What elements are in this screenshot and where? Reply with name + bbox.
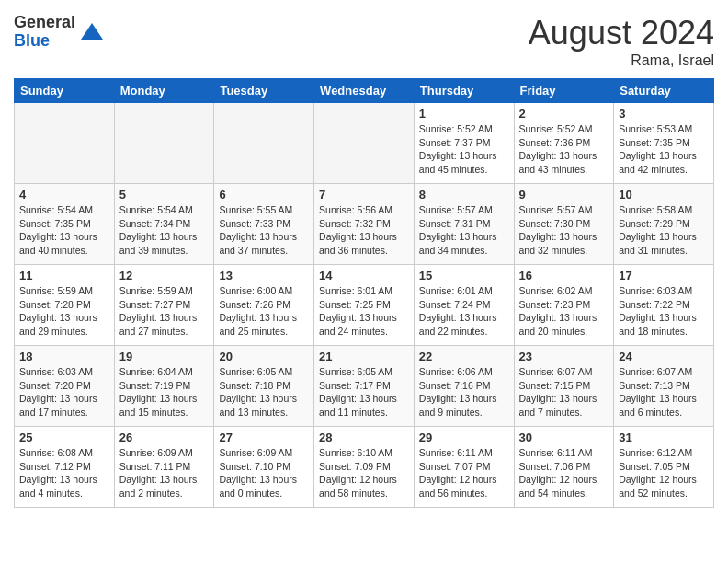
day-number: 27	[219, 431, 309, 444]
calendar-day-cell: 19Sunrise: 6:04 AM Sunset: 7:19 PM Dayli…	[114, 346, 214, 427]
calendar-day-cell: 20Sunrise: 6:05 AM Sunset: 7:18 PM Dayli…	[214, 346, 314, 427]
calendar-day-cell: 23Sunrise: 6:07 AM Sunset: 7:15 PM Dayli…	[514, 346, 614, 427]
calendar-week-row: 18Sunrise: 6:03 AM Sunset: 7:20 PM Dayli…	[15, 346, 714, 427]
weekday-header-tuesday: Tuesday	[214, 79, 314, 103]
day-info: Sunrise: 5:54 AM Sunset: 7:35 PM Dayligh…	[19, 203, 109, 258]
day-info: Sunrise: 6:04 AM Sunset: 7:19 PM Dayligh…	[119, 365, 210, 419]
day-info: Sunrise: 5:53 AM Sunset: 7:35 PM Dayligh…	[619, 122, 709, 177]
calendar-day-cell: 5Sunrise: 5:54 AM Sunset: 7:34 PM Daylig…	[114, 184, 214, 265]
day-number: 28	[319, 431, 409, 444]
day-number: 29	[419, 431, 509, 444]
day-info: Sunrise: 6:01 AM Sunset: 7:24 PM Dayligh…	[419, 284, 509, 339]
day-number: 12	[119, 269, 210, 282]
day-info: Sunrise: 6:09 AM Sunset: 7:11 PM Dayligh…	[119, 446, 210, 500]
day-number: 8	[419, 188, 509, 201]
calendar-table: SundayMondayTuesdayWednesdayThursdayFrid…	[14, 78, 714, 508]
day-info: Sunrise: 6:03 AM Sunset: 7:20 PM Dayligh…	[19, 365, 109, 419]
calendar-day-cell: 22Sunrise: 6:06 AM Sunset: 7:16 PM Dayli…	[414, 346, 514, 427]
logo-general-text: General	[14, 14, 75, 32]
weekday-header-sunday: Sunday	[15, 79, 115, 103]
weekday-header-row: SundayMondayTuesdayWednesdayThursdayFrid…	[15, 79, 714, 103]
weekday-header-wednesday: Wednesday	[314, 79, 415, 103]
weekday-header-thursday: Thursday	[414, 79, 514, 103]
logo-blue-text: Blue	[14, 32, 75, 51]
day-number: 30	[519, 431, 609, 444]
calendar-day-cell: 11Sunrise: 5:59 AM Sunset: 7:28 PM Dayli…	[15, 265, 115, 346]
title-section: August 2024 Rama, Israel	[529, 14, 714, 69]
calendar-day-cell: 9Sunrise: 5:57 AM Sunset: 7:30 PM Daylig…	[514, 184, 614, 265]
location-subtitle: Rama, Israel	[529, 52, 714, 69]
day-info: Sunrise: 5:54 AM Sunset: 7:34 PM Dayligh…	[119, 203, 210, 258]
day-info: Sunrise: 6:01 AM Sunset: 7:25 PM Dayligh…	[319, 284, 409, 339]
calendar-day-cell: 8Sunrise: 5:57 AM Sunset: 7:31 PM Daylig…	[414, 184, 514, 265]
calendar-day-cell: 27Sunrise: 6:09 AM Sunset: 7:10 PM Dayli…	[214, 427, 314, 508]
calendar-day-cell: 21Sunrise: 6:05 AM Sunset: 7:17 PM Dayli…	[314, 346, 415, 427]
calendar-day-cell: 31Sunrise: 6:12 AM Sunset: 7:05 PM Dayli…	[614, 427, 714, 508]
day-info: Sunrise: 6:07 AM Sunset: 7:15 PM Dayligh…	[519, 365, 609, 419]
weekday-header-friday: Friday	[514, 79, 614, 103]
day-info: Sunrise: 5:59 AM Sunset: 7:28 PM Dayligh…	[19, 284, 109, 339]
calendar-day-cell: 28Sunrise: 6:10 AM Sunset: 7:09 PM Dayli…	[314, 427, 415, 508]
day-number: 25	[19, 431, 109, 444]
day-info: Sunrise: 6:03 AM Sunset: 7:22 PM Dayligh…	[619, 284, 709, 339]
calendar-day-cell: 2Sunrise: 5:52 AM Sunset: 7:36 PM Daylig…	[514, 103, 614, 184]
calendar-day-cell	[114, 103, 214, 184]
calendar-day-cell: 4Sunrise: 5:54 AM Sunset: 7:35 PM Daylig…	[15, 184, 115, 265]
month-year-title: August 2024	[529, 14, 714, 52]
day-info: Sunrise: 5:58 AM Sunset: 7:29 PM Dayligh…	[619, 203, 709, 258]
calendar-day-cell: 1Sunrise: 5:52 AM Sunset: 7:37 PM Daylig…	[414, 103, 514, 184]
day-number: 3	[619, 107, 709, 121]
day-number: 16	[519, 269, 609, 282]
day-info: Sunrise: 5:59 AM Sunset: 7:27 PM Dayligh…	[119, 284, 210, 339]
day-info: Sunrise: 6:11 AM Sunset: 7:06 PM Dayligh…	[519, 446, 609, 500]
calendar-day-cell: 18Sunrise: 6:03 AM Sunset: 7:20 PM Dayli…	[15, 346, 115, 427]
calendar-day-cell: 30Sunrise: 6:11 AM Sunset: 7:06 PM Dayli…	[514, 427, 614, 508]
calendar-day-cell: 26Sunrise: 6:09 AM Sunset: 7:11 PM Dayli…	[114, 427, 214, 508]
calendar-day-cell: 15Sunrise: 6:01 AM Sunset: 7:24 PM Dayli…	[414, 265, 514, 346]
day-info: Sunrise: 5:52 AM Sunset: 7:37 PM Dayligh…	[419, 122, 509, 177]
calendar-day-cell	[15, 103, 115, 184]
logo: General Blue	[14, 14, 105, 51]
calendar-day-cell	[214, 103, 314, 184]
day-info: Sunrise: 6:09 AM Sunset: 7:10 PM Dayligh…	[219, 446, 309, 500]
day-number: 5	[119, 188, 210, 201]
calendar-day-cell: 12Sunrise: 5:59 AM Sunset: 7:27 PM Dayli…	[114, 265, 214, 346]
day-number: 11	[19, 269, 109, 282]
page-header: General Blue August 2024 Rama, Israel	[14, 14, 714, 69]
day-number: 26	[119, 431, 210, 444]
calendar-day-cell: 13Sunrise: 6:00 AM Sunset: 7:26 PM Dayli…	[214, 265, 314, 346]
calendar-day-cell	[314, 103, 415, 184]
calendar-day-cell: 16Sunrise: 6:02 AM Sunset: 7:23 PM Dayli…	[514, 265, 614, 346]
day-info: Sunrise: 5:57 AM Sunset: 7:31 PM Dayligh…	[419, 203, 509, 258]
day-info: Sunrise: 5:56 AM Sunset: 7:32 PM Dayligh…	[319, 203, 409, 258]
day-info: Sunrise: 6:00 AM Sunset: 7:26 PM Dayligh…	[219, 284, 309, 339]
day-number: 31	[619, 431, 709, 444]
day-number: 14	[319, 269, 409, 282]
weekday-header-monday: Monday	[114, 79, 214, 103]
day-number: 21	[319, 350, 409, 363]
calendar-day-cell: 6Sunrise: 5:55 AM Sunset: 7:33 PM Daylig…	[214, 184, 314, 265]
day-number: 6	[219, 188, 309, 201]
day-number: 1	[419, 107, 509, 121]
calendar-day-cell: 14Sunrise: 6:01 AM Sunset: 7:25 PM Dayli…	[314, 265, 415, 346]
calendar-day-cell: 24Sunrise: 6:07 AM Sunset: 7:13 PM Dayli…	[614, 346, 714, 427]
logo-icon	[79, 19, 105, 45]
day-number: 2	[519, 107, 609, 121]
calendar-week-row: 1Sunrise: 5:52 AM Sunset: 7:37 PM Daylig…	[15, 103, 714, 184]
calendar-day-cell: 29Sunrise: 6:11 AM Sunset: 7:07 PM Dayli…	[414, 427, 514, 508]
day-info: Sunrise: 6:12 AM Sunset: 7:05 PM Dayligh…	[619, 446, 709, 500]
day-number: 22	[419, 350, 509, 363]
day-number: 4	[19, 188, 109, 201]
day-info: Sunrise: 6:05 AM Sunset: 7:18 PM Dayligh…	[219, 365, 309, 419]
calendar-week-row: 11Sunrise: 5:59 AM Sunset: 7:28 PM Dayli…	[15, 265, 714, 346]
day-number: 20	[219, 350, 309, 363]
day-number: 7	[319, 188, 409, 201]
day-number: 13	[219, 269, 309, 282]
day-info: Sunrise: 5:55 AM Sunset: 7:33 PM Dayligh…	[219, 203, 309, 258]
day-number: 24	[619, 350, 709, 363]
day-number: 17	[619, 269, 709, 282]
day-info: Sunrise: 6:08 AM Sunset: 7:12 PM Dayligh…	[19, 446, 109, 500]
calendar-week-row: 4Sunrise: 5:54 AM Sunset: 7:35 PM Daylig…	[15, 184, 714, 265]
svg-marker-0	[81, 23, 103, 40]
calendar-day-cell: 10Sunrise: 5:58 AM Sunset: 7:29 PM Dayli…	[614, 184, 714, 265]
